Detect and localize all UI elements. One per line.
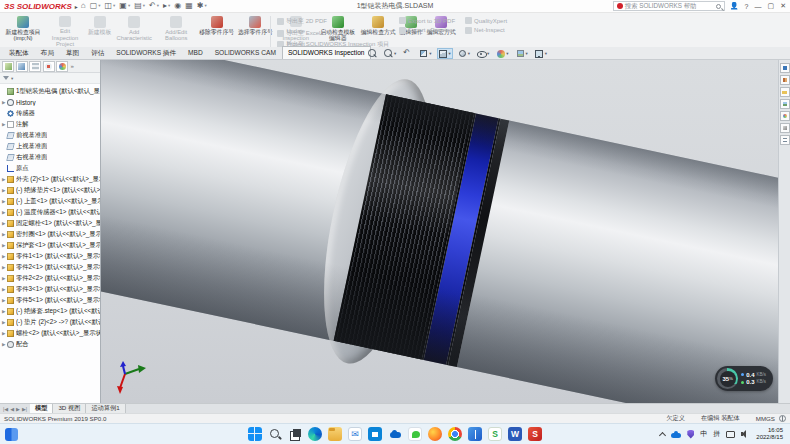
task-pane-tab[interactable]: [780, 111, 790, 121]
help-button[interactable]: ?: [745, 3, 749, 10]
search-icon[interactable]: [716, 4, 721, 9]
menu-expand-arrow[interactable]: ▸: [75, 3, 78, 10]
onedrive-tray-icon[interactable]: [671, 430, 681, 438]
tree-item[interactable]: ▶ 螺栓<2> (默认<<默认>_显示状态: [0, 328, 100, 339]
tree-item[interactable]: ▶ History: [0, 97, 100, 108]
dropdown-caret-icon[interactable]: ▾: [157, 4, 159, 9]
view-tool-button[interactable]: ▾: [456, 48, 472, 59]
quick-access-button[interactable]: ▸▾: [163, 2, 170, 10]
login-icon[interactable]: 👤: [730, 2, 739, 10]
view-tool-button[interactable]: ▾: [533, 48, 549, 59]
tree-item[interactable]: 前视基准面: [0, 130, 100, 141]
dropdown-caret-icon[interactable]: ▾: [545, 51, 547, 56]
export-menu-item[interactable]: 导出至 Excel: [277, 29, 389, 38]
tree-item[interactable]: 右视基准面: [0, 152, 100, 163]
taskbar-icon[interactable]: [408, 427, 422, 441]
view-tool-button[interactable]: ▾: [382, 48, 398, 59]
dropdown-caret-icon[interactable]: ▾: [11, 76, 13, 81]
ribbon-button[interactable]: Add/Edit Balloons: [155, 14, 197, 47]
3d-model-thermocouple[interactable]: [101, 60, 778, 403]
tree-item[interactable]: ▶ 零件1<1> (默认<<默认>_显示状态: [0, 251, 100, 262]
dropdown-caret-icon[interactable]: ▾: [113, 4, 115, 9]
taskbar-icon[interactable]: [388, 427, 402, 441]
taskbar-clock[interactable]: 16:05 2022/8/15: [756, 427, 783, 441]
dropdown-caret-icon[interactable]: ▾: [394, 51, 396, 56]
taskbar-icon[interactable]: [248, 427, 262, 441]
task-pane-tab[interactable]: [780, 99, 790, 109]
volume-icon[interactable]: [741, 430, 750, 438]
tab-nav-arrow[interactable]: ▶: [16, 406, 20, 412]
ribbon-tab[interactable]: SOLIDWORKS 插件: [110, 46, 182, 59]
quick-access-button[interactable]: ▣▾: [119, 2, 130, 10]
taskbar-icon[interactable]: W: [508, 427, 522, 441]
dropdown-caret-icon[interactable]: ▾: [98, 4, 100, 9]
network-speed-overlay[interactable]: 35% 0.4 KB/s 0.3 KB/s: [715, 366, 773, 391]
panel-tab[interactable]: [16, 61, 28, 72]
status-item[interactable]: 在编辑 装配体: [701, 414, 740, 423]
dropdown-caret-icon[interactable]: ▾: [487, 51, 489, 56]
taskbar-icon[interactable]: [448, 427, 462, 441]
dropdown-caret-icon[interactable]: ▾: [429, 51, 431, 56]
taskbar-icon[interactable]: ✉: [348, 427, 362, 441]
taskbar-icon[interactable]: [368, 427, 382, 441]
quick-access-button[interactable]: ▦: [185, 2, 193, 10]
view-tool-button[interactable]: ▾: [417, 48, 433, 59]
task-pane-tab[interactable]: [780, 123, 790, 133]
tree-item[interactable]: 1型铠装热电偶 (默认<默认_显示状态-1: [0, 86, 100, 97]
panel-tab[interactable]: [56, 61, 68, 72]
ime-mode-indicator[interactable]: 拼: [713, 429, 720, 439]
taskbar-icon[interactable]: [268, 427, 282, 441]
quick-access-button[interactable]: ⌂: [81, 2, 86, 10]
export-menu-item[interactable]: Net-Inspect: [465, 27, 507, 34]
ribbon-tab[interactable]: SOLIDWORKS Inspection: [282, 46, 371, 59]
quick-access-button[interactable]: ✱▾: [197, 2, 207, 10]
ribbon-tab[interactable]: SOLIDWORKS CAM: [209, 46, 282, 59]
tree-item[interactable]: ▶ (-) 绝缘套.step<1> (默认<<默认>: [0, 306, 100, 317]
dropdown-caret-icon[interactable]: ▾: [506, 51, 508, 56]
tree-item[interactable]: ▶ 保护套<1> (默认<<默认>_显示状: [0, 240, 100, 251]
security-shield-icon[interactable]: [687, 430, 694, 439]
ribbon-button[interactable]: Edit Inspection Project: [44, 14, 86, 47]
dropdown-caret-icon[interactable]: ▾: [168, 4, 170, 9]
tree-item[interactable]: ▶ 固定螺栓<1> (默认<<默认>_显示: [0, 218, 100, 229]
model-tab[interactable]: 模型: [30, 404, 53, 413]
ribbon-tab[interactable]: 布局: [35, 46, 60, 59]
quick-access-button[interactable]: ◫▾: [105, 2, 116, 10]
display-tray-icon[interactable]: [726, 431, 735, 438]
tree-item[interactable]: ▶ 零件2<2> (默认<<默认>_显示状态: [0, 273, 100, 284]
tree-item[interactable]: ▶ 配合: [0, 339, 100, 350]
ribbon-button[interactable]: Add Characteristic: [113, 14, 155, 47]
taskbar-icon[interactable]: S: [528, 427, 542, 441]
tree-item[interactable]: ▶ 外壳 (2)<1> (默认<<默认>_显示状: [0, 174, 100, 185]
ribbon-tab[interactable]: 装配体: [3, 46, 35, 59]
quick-access-button[interactable]: ↶▾: [149, 2, 159, 10]
tree-item[interactable]: 原点: [0, 163, 100, 174]
task-pane-tab[interactable]: [780, 63, 790, 73]
dropdown-caret-icon[interactable]: ▾: [468, 51, 470, 56]
tab-nav-arrow[interactable]: ◀: [10, 406, 14, 412]
search-input[interactable]: 搜索 SOLIDWORKS 帮助: [613, 1, 725, 11]
taskbar-icon[interactable]: [288, 427, 302, 441]
quick-access-button[interactable]: ▤▾: [134, 2, 145, 10]
status-item[interactable]: 欠定义: [666, 414, 685, 423]
tree-item[interactable]: ▶ 零件2<1> (默认<<默认>_显示状态: [0, 262, 100, 273]
tree-item[interactable]: ▶ 零件3<1> (默认<<默认>_显示状态: [0, 284, 100, 295]
tree-item[interactable]: 上视基准面: [0, 141, 100, 152]
view-tool-button[interactable]: ▾: [437, 48, 453, 59]
tree-item[interactable]: ▶ (-) 绝缘垫片<1> (默认<<默认>_显: [0, 185, 100, 196]
model-tab[interactable]: 3D 视图: [53, 404, 86, 413]
tree-item[interactable]: ▶ (-) 温度传感器<1> (默认<<默认>_: [0, 207, 100, 218]
status-globe-icon[interactable]: [779, 415, 786, 422]
tree-item[interactable]: ▶ 注解: [0, 119, 100, 130]
dropdown-caret-icon[interactable]: ▾: [204, 4, 206, 9]
ribbon-tab[interactable]: 草图: [60, 46, 85, 59]
restore-button[interactable]: ▢: [768, 2, 775, 10]
taskbar-icon[interactable]: [308, 427, 322, 441]
ribbon-button[interactable]: 新建检查项目 (imp;N): [2, 14, 44, 47]
minimize-button[interactable]: —: [755, 3, 762, 10]
task-pane-tab[interactable]: [780, 87, 790, 97]
quick-access-button[interactable]: ◉: [174, 2, 181, 10]
close-button[interactable]: ✕: [780, 2, 786, 10]
dropdown-caret-icon[interactable]: ▾: [526, 51, 528, 56]
filter-bar[interactable]: ▾: [0, 73, 100, 84]
